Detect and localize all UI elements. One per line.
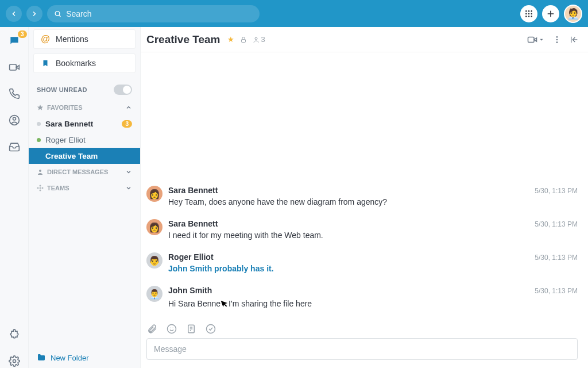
attach-button[interactable]: [146, 323, 158, 335]
message-feed[interactable]: 👩Sara Bennett5/30, 1:13 PMHey Team, does…: [141, 52, 588, 319]
bookmarks-item[interactable]: Bookmarks: [33, 53, 136, 73]
message-author[interactable]: Roger Elliot: [168, 252, 214, 262]
dialpad-icon: [524, 9, 533, 18]
note-button[interactable]: [185, 323, 197, 335]
task-button[interactable]: [205, 323, 216, 335]
favorite-name: Creative Team: [45, 152, 132, 160]
folder-plus-icon: [37, 353, 46, 362]
note-icon: [186, 324, 196, 334]
bookmarks-label: Bookmarks: [56, 59, 96, 68]
settings-rail-button[interactable]: [7, 354, 21, 368]
favorites-section-header[interactable]: FAVORITES: [29, 99, 140, 116]
teams-section-header[interactable]: TEAMS: [29, 180, 140, 196]
smile-icon: [167, 324, 177, 334]
mentions-label: Mentions: [56, 34, 88, 44]
person-circle-icon: [9, 114, 20, 126]
message-avatar[interactable]: 👩: [146, 186, 163, 202]
svg-point-21: [40, 185, 41, 186]
message: 👩Sara Bennett5/30, 1:13 PMI need it for …: [146, 213, 578, 247]
chat-icon: [9, 35, 20, 47]
nav-forward-button[interactable]: [26, 6, 42, 22]
message-avatar[interactable]: 👨: [146, 252, 163, 269]
phone-rail-button[interactable]: [7, 87, 21, 101]
add-button[interactable]: [542, 5, 559, 22]
svg-point-3: [528, 10, 530, 12]
check-circle-icon: [206, 324, 216, 334]
nav-back-button[interactable]: [6, 6, 22, 22]
message-timestamp: 5/30, 1:13 PM: [535, 254, 578, 262]
at-icon: @: [41, 34, 50, 44]
lock-icon: [240, 36, 247, 43]
svg-point-5: [525, 13, 527, 14]
topbar: 🧑‍💼: [0, 0, 588, 27]
video-rail-button[interactable]: [7, 60, 21, 74]
member-count[interactable]: 3: [253, 35, 265, 44]
chat-rail-button[interactable]: 3: [7, 34, 21, 48]
status-dot: [37, 122, 41, 126]
chat-unread-badge: 3: [18, 30, 27, 38]
show-unread-toggle[interactable]: [114, 85, 132, 95]
search-field[interactable]: [47, 5, 260, 22]
collapse-panel-button[interactable]: [570, 34, 579, 45]
svg-point-42: [207, 325, 215, 334]
svg-point-8: [525, 16, 527, 17]
chevron-up-icon: [125, 104, 132, 111]
svg-rect-25: [241, 39, 245, 42]
message-author[interactable]: Sara Bennett: [168, 219, 218, 228]
show-unread-row: SHOW UNREAD: [29, 75, 140, 99]
favorite-star-icon[interactable]: ★: [227, 35, 234, 44]
svg-point-0: [55, 11, 60, 16]
unread-badge: 3: [122, 120, 132, 128]
chevron-right-icon: [31, 10, 38, 17]
svg-point-7: [531, 13, 532, 14]
message-text[interactable]: John Smith probably has it.: [168, 264, 578, 273]
favorite-item[interactable]: Sara Bennett3: [29, 116, 140, 132]
chevron-down-icon: [125, 168, 132, 175]
video-icon: [9, 62, 20, 73]
status-dot: [37, 138, 41, 142]
composer-input-wrap[interactable]: [146, 338, 578, 360]
svg-rect-27: [528, 37, 535, 42]
phone-icon: [9, 88, 20, 99]
svg-point-22: [40, 190, 41, 191]
svg-point-35: [168, 325, 176, 334]
favorite-item[interactable]: Creative Team: [29, 148, 140, 164]
message-avatar[interactable]: 👩: [146, 219, 163, 235]
bookmark-icon: [41, 59, 50, 67]
plus-icon: [546, 9, 555, 18]
caret-down-icon: [539, 37, 544, 43]
chevron-left-icon: [10, 10, 17, 17]
message-author[interactable]: Sara Bennett: [168, 186, 218, 195]
icon-rail: 3: [0, 27, 29, 368]
inbox-rail-button[interactable]: [7, 140, 21, 154]
mentions-item[interactable]: @ Mentions: [33, 29, 136, 49]
search-input[interactable]: [66, 9, 253, 18]
kebab-icon: [552, 35, 562, 44]
direct-messages-section-header[interactable]: DIRECT MESSAGES: [29, 164, 140, 180]
composer-input[interactable]: [154, 344, 570, 354]
message-text: I need it for my meeting with the Web te…: [168, 231, 578, 240]
chevron-down-icon: [125, 185, 132, 191]
message-author[interactable]: John Smith: [168, 286, 212, 295]
dialpad-button[interactable]: [520, 5, 537, 22]
svg-point-17: [13, 360, 16, 363]
message-timestamp: 5/30, 1:13 PM: [535, 220, 578, 228]
message: 👨Roger Elliot5/30, 1:13 PMJohn Smith pro…: [146, 247, 578, 280]
apps-rail-button[interactable]: [7, 328, 21, 342]
video-call-button[interactable]: [527, 34, 544, 45]
svg-marker-18: [37, 105, 43, 110]
profile-avatar[interactable]: 🧑‍💼: [564, 5, 582, 23]
contacts-rail-button[interactable]: [7, 113, 21, 127]
svg-point-10: [531, 16, 532, 17]
team-icon: [37, 185, 44, 191]
emoji-button[interactable]: [166, 323, 177, 335]
message: 👩Sara Bennett5/30, 1:13 PMHey Team, does…: [146, 180, 578, 213]
message-text: Hey Team, does anyone have the new diagr…: [168, 197, 578, 206]
puzzle-icon: [9, 329, 20, 340]
new-folder-button[interactable]: New Folder: [37, 353, 132, 362]
favorite-item[interactable]: Roger Elliot: [29, 132, 140, 148]
message-avatar[interactable]: 👨‍💼: [146, 286, 163, 302]
svg-point-26: [255, 37, 257, 40]
more-options-button[interactable]: [552, 34, 562, 45]
svg-point-23: [37, 187, 38, 189]
